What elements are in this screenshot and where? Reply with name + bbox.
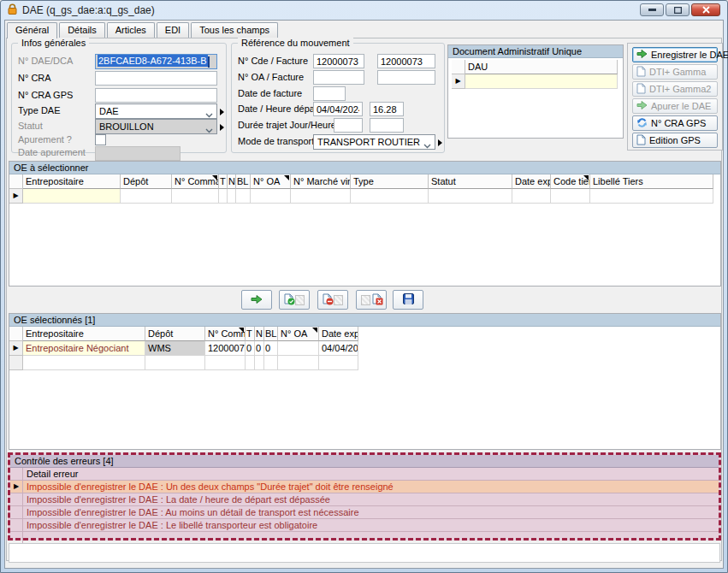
col-oa[interactable]: N° OA [251, 174, 291, 189]
cell[interactable] [264, 356, 278, 370]
type-dae-combo[interactable]: DAE [95, 103, 217, 119]
dau-row[interactable]: ▶ [452, 74, 619, 89]
cell[interactable] [121, 189, 172, 204]
col-entrepositaire[interactable]: Entrepositaire [23, 327, 145, 341]
oa-facture-field-2[interactable] [377, 70, 435, 85]
cell[interactable] [255, 356, 264, 370]
oe-select-empty-row[interactable]: ▶ [9, 189, 720, 204]
col-t[interactable]: T [246, 327, 255, 341]
cell-entrepositaire[interactable]: Entrepositaire Négociant [23, 341, 145, 356]
cde-facture-field-1[interactable] [313, 54, 364, 68]
cde-facture-field-2[interactable] [377, 54, 435, 68]
mode-transport-combo[interactable]: TRANSPORT ROUTIER [313, 134, 435, 150]
cell[interactable] [251, 189, 291, 204]
col-code-tiers[interactable]: Code tiers [551, 174, 590, 189]
edition-gps-button[interactable]: Edition GPS [632, 133, 718, 148]
col-detail-erreur[interactable]: Detail erreur [23, 468, 719, 481]
cell[interactable] [512, 189, 551, 204]
save-button[interactable] [393, 290, 423, 310]
enregistrer-dae-button[interactable]: Enregistrer le DAE [632, 47, 718, 62]
date-facture-field[interactable] [313, 86, 346, 101]
tab-details[interactable]: Détails [59, 22, 105, 38]
deselect-button[interactable] [317, 290, 348, 310]
duree-trajet-field-2[interactable] [370, 118, 404, 133]
cell[interactable] [551, 189, 590, 204]
close-button[interactable] [691, 3, 720, 16]
col-depot[interactable]: Dépôt [145, 327, 205, 341]
maximize-button[interactable] [666, 3, 690, 16]
col-date-exp[interactable]: Date exp. p [319, 327, 358, 341]
cell-t[interactable]: 0 [246, 341, 255, 356]
cell-commande[interactable]: 12000073 [205, 341, 246, 356]
erreur-row[interactable]: Impossible d'enregistrer le DAE : Le lib… [10, 519, 719, 532]
col-depot[interactable]: Dépôt [121, 174, 172, 189]
col-statut[interactable]: Statut [429, 174, 512, 189]
oe-selected-row[interactable]: ▶ Entrepositaire Négociant WMS 12000073 … [9, 341, 720, 356]
col-bl[interactable]: BL [236, 174, 251, 189]
cra-gps-field[interactable] [95, 88, 217, 103]
cell[interactable] [145, 356, 205, 370]
deselect-all-button[interactable] [356, 290, 387, 310]
erreur-message[interactable]: Impossible d'enregistrer le DAE : Un des… [23, 481, 719, 493]
transfer-button[interactable] [241, 290, 272, 310]
col-entrepositaire[interactable]: Entrepositaire [23, 174, 121, 189]
dti-gamma2-button[interactable]: DTI+ Gamma2 [632, 81, 718, 97]
cell[interactable] [172, 189, 219, 204]
cell[interactable] [23, 189, 121, 204]
col-n[interactable]: N [255, 327, 264, 341]
col-t[interactable]: T [219, 174, 228, 189]
oe-selected-empty-row[interactable] [9, 356, 720, 370]
dau-cell[interactable] [465, 74, 618, 89]
col-n[interactable]: N [228, 174, 236, 189]
date-facture-label: Date de facture [238, 88, 302, 98]
cra-field[interactable] [95, 71, 217, 86]
minimize-button[interactable] [640, 3, 664, 16]
tab-edi[interactable]: EDI [157, 22, 189, 38]
duree-trajet-field-1[interactable] [334, 118, 363, 133]
cell-oa[interactable] [278, 341, 319, 356]
cell[interactable] [351, 189, 429, 204]
erreur-row[interactable]: ▶ Impossible d'enregistrer le DAE : Un d… [10, 481, 719, 493]
cell[interactable] [319, 356, 358, 370]
cell[interactable] [23, 356, 145, 370]
cell[interactable] [590, 189, 713, 204]
cell[interactable] [291, 189, 351, 204]
apurer-dae-button[interactable]: Apurer le DAE [632, 98, 718, 114]
cell[interactable] [228, 189, 236, 204]
erreur-row[interactable]: Impossible d'enregistrer le DAE : La dat… [10, 493, 719, 506]
date-apurement-field[interactable] [95, 146, 181, 161]
cell[interactable] [219, 189, 228, 204]
cell-bl[interactable]: 0 [264, 341, 278, 356]
cell[interactable] [236, 189, 251, 204]
dau-column-header[interactable]: DAU [465, 60, 618, 74]
oa-facture-field-1[interactable] [313, 70, 364, 85]
heure-depart-field[interactable] [370, 102, 404, 116]
col-bl[interactable]: BL [264, 327, 278, 341]
cell[interactable] [205, 356, 246, 370]
tab-general[interactable]: Général [7, 22, 57, 38]
cell[interactable] [246, 356, 255, 370]
col-oa[interactable]: N° OA [278, 327, 319, 341]
select-all-button[interactable] [279, 290, 310, 310]
col-commande[interactable]: N° Commande [172, 174, 219, 189]
erreur-row[interactable]: Impossible d'enregistrer le DAE : Au moi… [10, 506, 719, 519]
cell-depot[interactable]: WMS [145, 341, 205, 356]
col-date-exp[interactable]: Date exp. p [512, 174, 551, 189]
cell-date-exp[interactable]: 04/04/2024 [319, 341, 358, 356]
col-type[interactable]: Type [351, 174, 429, 189]
col-commande[interactable]: N° Comman [205, 327, 246, 341]
erreur-message[interactable]: Impossible d'enregistrer le DAE : Le lib… [23, 519, 719, 532]
tab-tous-les-champs[interactable]: Tous les champs [191, 22, 278, 38]
col-libelle-tiers[interactable]: Libellé Tiers [590, 174, 713, 189]
cell-n[interactable]: 0 [255, 341, 264, 356]
cell[interactable] [429, 189, 512, 204]
dti-gamma-button[interactable]: DTI+ Gamma [632, 64, 718, 80]
col-marche-vin[interactable]: N° Marché vin [291, 174, 351, 189]
date-depart-field[interactable] [313, 102, 363, 116]
dae-dca-field[interactable]: 2BFCAED8-A672-413B-B [95, 54, 217, 69]
erreur-message[interactable]: Impossible d'enregistrer le DAE : La dat… [23, 493, 719, 506]
cra-gps-button[interactable]: N° CRA GPS [632, 115, 718, 131]
erreur-message[interactable]: Impossible d'enregistrer le DAE : Au moi… [23, 506, 719, 519]
tab-articles[interactable]: Articles [107, 22, 155, 38]
cell[interactable] [278, 356, 319, 370]
